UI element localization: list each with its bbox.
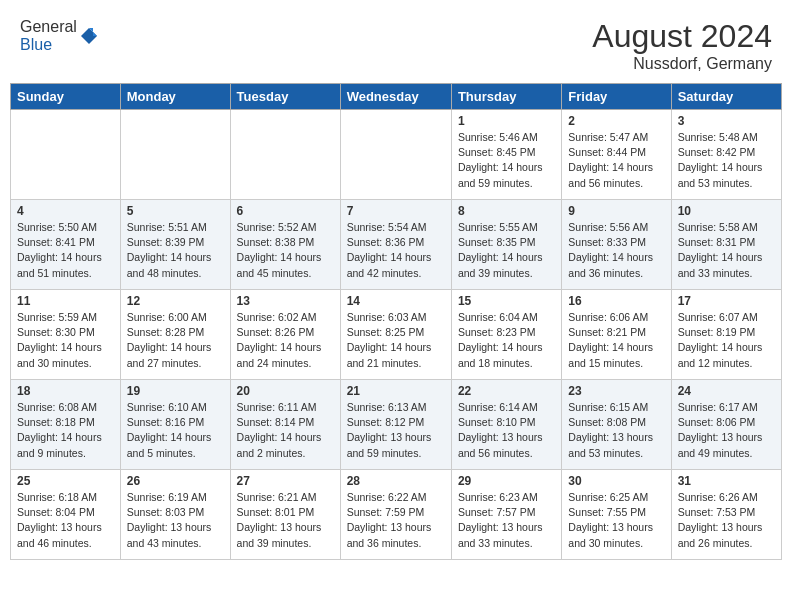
day-info: Sunrise: 6:22 AM Sunset: 7:59 PM Dayligh… <box>347 490 445 551</box>
calendar-cell: 15Sunrise: 6:04 AM Sunset: 8:23 PM Dayli… <box>451 290 561 380</box>
day-info: Sunrise: 6:13 AM Sunset: 8:12 PM Dayligh… <box>347 400 445 461</box>
day-info: Sunrise: 5:58 AM Sunset: 8:31 PM Dayligh… <box>678 220 775 281</box>
calendar-cell: 22Sunrise: 6:14 AM Sunset: 8:10 PM Dayli… <box>451 380 561 470</box>
day-info: Sunrise: 5:50 AM Sunset: 8:41 PM Dayligh… <box>17 220 114 281</box>
calendar-cell: 3Sunrise: 5:48 AM Sunset: 8:42 PM Daylig… <box>671 110 781 200</box>
day-info: Sunrise: 6:25 AM Sunset: 7:55 PM Dayligh… <box>568 490 664 551</box>
calendar-cell <box>340 110 451 200</box>
calendar-cell: 4Sunrise: 5:50 AM Sunset: 8:41 PM Daylig… <box>11 200 121 290</box>
day-number: 11 <box>17 294 114 308</box>
calendar-header-row: SundayMondayTuesdayWednesdayThursdayFrid… <box>11 84 782 110</box>
day-number: 15 <box>458 294 555 308</box>
calendar-cell: 13Sunrise: 6:02 AM Sunset: 8:26 PM Dayli… <box>230 290 340 380</box>
day-info: Sunrise: 6:19 AM Sunset: 8:03 PM Dayligh… <box>127 490 224 551</box>
day-info: Sunrise: 5:47 AM Sunset: 8:44 PM Dayligh… <box>568 130 664 191</box>
subtitle: Nussdorf, Germany <box>592 55 772 73</box>
day-info: Sunrise: 6:14 AM Sunset: 8:10 PM Dayligh… <box>458 400 555 461</box>
day-number: 20 <box>237 384 334 398</box>
calendar-cell: 23Sunrise: 6:15 AM Sunset: 8:08 PM Dayli… <box>562 380 671 470</box>
day-number: 18 <box>17 384 114 398</box>
calendar-cell: 14Sunrise: 6:03 AM Sunset: 8:25 PM Dayli… <box>340 290 451 380</box>
logo-icon <box>79 26 99 46</box>
day-info: Sunrise: 6:26 AM Sunset: 7:53 PM Dayligh… <box>678 490 775 551</box>
day-info: Sunrise: 5:46 AM Sunset: 8:45 PM Dayligh… <box>458 130 555 191</box>
day-number: 29 <box>458 474 555 488</box>
calendar-cell: 9Sunrise: 5:56 AM Sunset: 8:33 PM Daylig… <box>562 200 671 290</box>
logo-general-text: General <box>20 18 77 35</box>
calendar-cell: 5Sunrise: 5:51 AM Sunset: 8:39 PM Daylig… <box>120 200 230 290</box>
day-info: Sunrise: 6:21 AM Sunset: 8:01 PM Dayligh… <box>237 490 334 551</box>
calendar-cell: 25Sunrise: 6:18 AM Sunset: 8:04 PM Dayli… <box>11 470 121 560</box>
calendar-cell: 1Sunrise: 5:46 AM Sunset: 8:45 PM Daylig… <box>451 110 561 200</box>
day-number: 17 <box>678 294 775 308</box>
day-info: Sunrise: 5:56 AM Sunset: 8:33 PM Dayligh… <box>568 220 664 281</box>
calendar-cell: 28Sunrise: 6:22 AM Sunset: 7:59 PM Dayli… <box>340 470 451 560</box>
calendar-week-3: 11Sunrise: 5:59 AM Sunset: 8:30 PM Dayli… <box>11 290 782 380</box>
calendar-cell: 7Sunrise: 5:54 AM Sunset: 8:36 PM Daylig… <box>340 200 451 290</box>
calendar-week-5: 25Sunrise: 6:18 AM Sunset: 8:04 PM Dayli… <box>11 470 782 560</box>
calendar-cell: 19Sunrise: 6:10 AM Sunset: 8:16 PM Dayli… <box>120 380 230 470</box>
title-block: August 2024 Nussdorf, Germany <box>592 18 772 73</box>
day-info: Sunrise: 6:17 AM Sunset: 8:06 PM Dayligh… <box>678 400 775 461</box>
day-number: 7 <box>347 204 445 218</box>
day-number: 12 <box>127 294 224 308</box>
day-info: Sunrise: 5:54 AM Sunset: 8:36 PM Dayligh… <box>347 220 445 281</box>
calendar-week-4: 18Sunrise: 6:08 AM Sunset: 8:18 PM Dayli… <box>11 380 782 470</box>
day-info: Sunrise: 6:00 AM Sunset: 8:28 PM Dayligh… <box>127 310 224 371</box>
main-title: August 2024 <box>592 18 772 55</box>
day-info: Sunrise: 6:03 AM Sunset: 8:25 PM Dayligh… <box>347 310 445 371</box>
calendar-header-thursday: Thursday <box>451 84 561 110</box>
day-number: 2 <box>568 114 664 128</box>
day-number: 26 <box>127 474 224 488</box>
day-number: 28 <box>347 474 445 488</box>
calendar-week-1: 1Sunrise: 5:46 AM Sunset: 8:45 PM Daylig… <box>11 110 782 200</box>
calendar-cell: 18Sunrise: 6:08 AM Sunset: 8:18 PM Dayli… <box>11 380 121 470</box>
calendar-header-sunday: Sunday <box>11 84 121 110</box>
calendar-cell: 2Sunrise: 5:47 AM Sunset: 8:44 PM Daylig… <box>562 110 671 200</box>
calendar-cell: 12Sunrise: 6:00 AM Sunset: 8:28 PM Dayli… <box>120 290 230 380</box>
calendar-cell: 30Sunrise: 6:25 AM Sunset: 7:55 PM Dayli… <box>562 470 671 560</box>
day-info: Sunrise: 6:06 AM Sunset: 8:21 PM Dayligh… <box>568 310 664 371</box>
calendar-header-wednesday: Wednesday <box>340 84 451 110</box>
day-info: Sunrise: 5:48 AM Sunset: 8:42 PM Dayligh… <box>678 130 775 191</box>
calendar-cell: 17Sunrise: 6:07 AM Sunset: 8:19 PM Dayli… <box>671 290 781 380</box>
day-number: 21 <box>347 384 445 398</box>
logo: General Blue <box>20 18 99 54</box>
day-info: Sunrise: 6:04 AM Sunset: 8:23 PM Dayligh… <box>458 310 555 371</box>
day-number: 16 <box>568 294 664 308</box>
calendar-header-friday: Friday <box>562 84 671 110</box>
calendar-cell: 27Sunrise: 6:21 AM Sunset: 8:01 PM Dayli… <box>230 470 340 560</box>
day-number: 4 <box>17 204 114 218</box>
day-number: 14 <box>347 294 445 308</box>
day-number: 19 <box>127 384 224 398</box>
day-info: Sunrise: 5:52 AM Sunset: 8:38 PM Dayligh… <box>237 220 334 281</box>
calendar-cell <box>11 110 121 200</box>
calendar-table: SundayMondayTuesdayWednesdayThursdayFrid… <box>10 83 782 560</box>
day-number: 6 <box>237 204 334 218</box>
day-number: 22 <box>458 384 555 398</box>
calendar-cell: 16Sunrise: 6:06 AM Sunset: 8:21 PM Dayli… <box>562 290 671 380</box>
day-info: Sunrise: 6:02 AM Sunset: 8:26 PM Dayligh… <box>237 310 334 371</box>
day-info: Sunrise: 6:10 AM Sunset: 8:16 PM Dayligh… <box>127 400 224 461</box>
day-number: 10 <box>678 204 775 218</box>
day-number: 31 <box>678 474 775 488</box>
day-number: 1 <box>458 114 555 128</box>
day-number: 25 <box>17 474 114 488</box>
calendar-cell: 31Sunrise: 6:26 AM Sunset: 7:53 PM Dayli… <box>671 470 781 560</box>
day-info: Sunrise: 6:11 AM Sunset: 8:14 PM Dayligh… <box>237 400 334 461</box>
logo-blue-text: Blue <box>20 36 52 53</box>
day-number: 24 <box>678 384 775 398</box>
day-number: 13 <box>237 294 334 308</box>
calendar-header-monday: Monday <box>120 84 230 110</box>
day-info: Sunrise: 6:08 AM Sunset: 8:18 PM Dayligh… <box>17 400 114 461</box>
calendar-cell: 11Sunrise: 5:59 AM Sunset: 8:30 PM Dayli… <box>11 290 121 380</box>
day-number: 30 <box>568 474 664 488</box>
page-header: General Blue August 2024 Nussdorf, Germa… <box>10 10 782 77</box>
calendar-header-saturday: Saturday <box>671 84 781 110</box>
day-number: 5 <box>127 204 224 218</box>
day-info: Sunrise: 5:55 AM Sunset: 8:35 PM Dayligh… <box>458 220 555 281</box>
calendar-cell: 8Sunrise: 5:55 AM Sunset: 8:35 PM Daylig… <box>451 200 561 290</box>
calendar-cell: 24Sunrise: 6:17 AM Sunset: 8:06 PM Dayli… <box>671 380 781 470</box>
day-number: 8 <box>458 204 555 218</box>
calendar-cell: 26Sunrise: 6:19 AM Sunset: 8:03 PM Dayli… <box>120 470 230 560</box>
